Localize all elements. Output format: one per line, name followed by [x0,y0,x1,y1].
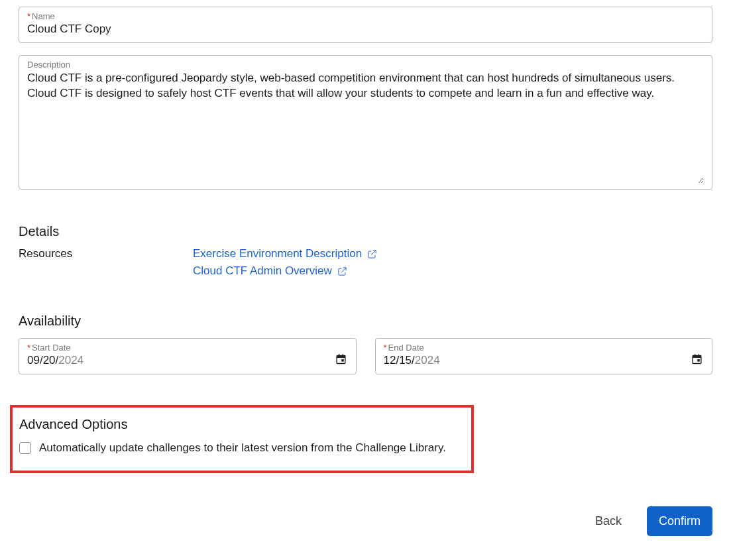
start-date-field[interactable]: *Start Date 09/20/2024 [19,338,357,374]
resource-link-admin-overview[interactable]: Cloud CTF Admin Overview [193,264,377,278]
calendar-icon[interactable] [335,353,347,364]
svg-rect-7 [695,354,695,357]
end-date-value: 12/15/2024 [384,354,440,366]
resources-links: Exercise Environment Description Cloud C… [193,247,377,278]
end-date-label: *End Date [384,343,704,353]
start-date-label-text: Start Date [32,343,71,353]
required-indicator: * [384,343,387,353]
resource-link-label: Exercise Environment Description [193,247,362,260]
start-date-value: 09/20/2024 [27,354,84,366]
auto-update-checkbox[interactable] [19,442,31,454]
availability-row: *Start Date 09/20/2024 *End Date 12/15/2… [19,338,712,374]
calendar-icon[interactable] [691,353,703,364]
resources-label: Resources [19,247,193,260]
svg-rect-8 [699,354,699,357]
resource-link-label: Cloud CTF Admin Overview [193,264,332,278]
svg-rect-4 [341,359,344,362]
svg-rect-6 [693,355,701,358]
resources-row: Resources Exercise Environment Descripti… [19,247,712,278]
name-label: *Name [27,11,704,21]
name-field-container: *Name [19,7,712,43]
name-label-text: Name [32,11,55,21]
required-indicator: * [27,11,30,21]
details-heading: Details [19,224,712,239]
back-button[interactable]: Back [591,508,626,535]
required-indicator: * [27,343,30,353]
end-date-label-text: End Date [388,343,424,353]
name-input[interactable] [27,23,704,36]
description-field-container: Description [19,55,712,190]
description-textarea[interactable] [27,71,704,184]
confirm-button[interactable]: Confirm [647,506,712,536]
resource-link-exercise-env[interactable]: Exercise Environment Description [193,247,377,260]
actions-row: Back Confirm [19,506,712,536]
availability-heading: Availability [19,313,712,329]
advanced-options-highlight: Advanced Options Automatically update ch… [10,405,474,473]
external-link-icon [337,266,347,276]
svg-rect-9 [697,359,700,362]
svg-rect-2 [338,354,339,357]
description-label: Description [27,60,704,70]
auto-update-label: Automatically update challenges to their… [39,441,446,455]
auto-update-row: Automatically update challenges to their… [19,441,465,455]
advanced-options-heading: Advanced Options [19,417,465,432]
start-date-label: *Start Date [27,343,348,353]
svg-rect-3 [342,354,343,357]
external-link-icon [367,249,377,259]
svg-rect-1 [337,355,345,358]
end-date-field[interactable]: *End Date 12/15/2024 [375,338,713,374]
